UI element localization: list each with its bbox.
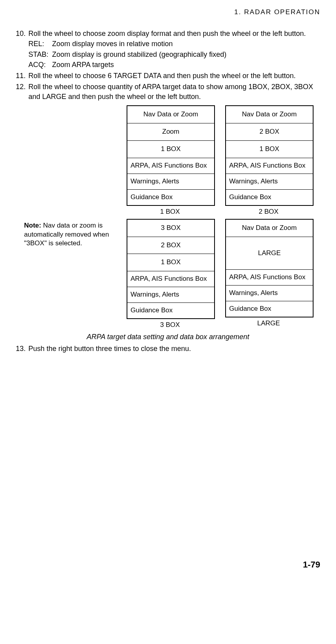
diagram-row-1: Nav Data or Zoom Zoom 1 BOX ARPA, AIS Fu… (16, 105, 320, 217)
cell: 1 BOX (226, 141, 313, 158)
cell: Nav Data or Zoom (226, 220, 313, 237)
diagram-label: 1 BOX (127, 207, 213, 217)
step-text: Push the right button three times to clo… (28, 344, 320, 353)
step-12: 12. Roll the wheel to choose quantity of… (16, 82, 320, 101)
cell: Zoom (127, 123, 214, 141)
diagram-large: Nav Data or Zoom LARGE ARPA, AIS Functio… (225, 219, 312, 329)
cell: ARPA, AIS Functions Box (127, 271, 214, 287)
diagram-label: 2 BOX (225, 207, 312, 217)
cell: ARPA, AIS Functions Box (226, 270, 313, 286)
page-header: 1. RADAR OPERATION (16, 8, 320, 17)
cell: Guidance Box (127, 190, 214, 205)
figure-caption: ARPA target data setting and data box ar… (16, 332, 320, 342)
cell: LARGE (226, 237, 313, 270)
note-bold: Note: (24, 222, 41, 229)
def-acq: ACQ: Zoom ARPA targets (28, 60, 320, 69)
cell: Warnings, Alerts (127, 174, 214, 190)
steps-list: 10. Roll the wheel to choose zoom displa… (16, 29, 320, 101)
def-val: Zoom display moves in relative motion (52, 39, 173, 49)
steps-list-cont: 13. Push the right button three times to… (16, 344, 320, 353)
box-stack: Nav Data or Zoom Zoom 1 BOX ARPA, AIS Fu… (127, 105, 215, 206)
step-number: 12. (16, 82, 28, 101)
cell: Guidance Box (226, 190, 313, 205)
cell: Nav Data or Zoom (127, 106, 214, 123)
diagram-label: 3 BOX (127, 321, 213, 330)
diagram-3box: 3 BOX 2 BOX 1 BOX ARPA, AIS Functions Bo… (127, 219, 213, 330)
cell: Warnings, Alerts (226, 286, 313, 301)
step-text: Roll the wheel to choose zoom display fo… (28, 29, 320, 38)
cell: Guidance Box (226, 301, 313, 317)
diagram-2box: Nav Data or Zoom 2 BOX 1 BOX ARPA, AIS F… (225, 105, 312, 217)
cell: Warnings, Alerts (226, 174, 313, 190)
definition-list: REL: Zoom display moves in relative moti… (28, 39, 320, 69)
step-number: 11. (16, 71, 28, 80)
def-key: ACQ: (28, 60, 52, 69)
step-13: 13. Push the right button three times to… (16, 344, 320, 353)
def-val: Zoom ARPA targets (52, 60, 114, 69)
cell: ARPA, AIS Functions Box (127, 158, 214, 174)
step-number: 10. (16, 29, 28, 38)
diagram-row-2: Note: Nav data or zoom is automatically … (16, 219, 320, 330)
cell: 2 BOX (226, 123, 313, 141)
step-11: 11. Roll the wheel to choose 6 TARGET DA… (16, 71, 320, 80)
cell: 3 BOX (127, 220, 214, 237)
cell: 1 BOX (127, 141, 214, 158)
box-stack: 3 BOX 2 BOX 1 BOX ARPA, AIS Functions Bo… (127, 219, 215, 319)
cell: ARPA, AIS Functions Box (226, 158, 313, 174)
step-text: Roll the wheel to choose quantity of ARP… (28, 82, 320, 101)
note-text: Note: Nav data or zoom is automatically … (24, 219, 115, 248)
cell: Warnings, Alerts (127, 287, 214, 303)
def-key: REL: (28, 39, 52, 49)
cell: 2 BOX (127, 237, 214, 254)
page-number: 1-79 (16, 559, 320, 571)
step-10: 10. Roll the wheel to choose zoom displa… (16, 29, 320, 69)
diagram-1box: Nav Data or Zoom Zoom 1 BOX ARPA, AIS Fu… (127, 105, 213, 217)
cell: Nav Data or Zoom (226, 106, 313, 123)
diagram-label: LARGE (225, 319, 312, 328)
cell: Guidance Box (127, 303, 214, 318)
def-stab: STAB: Zoom display is ground stabilized … (28, 50, 320, 59)
def-key: STAB: (28, 50, 52, 59)
step-number: 13. (16, 344, 28, 353)
def-val: Zoom display is ground stabilized (geogr… (52, 50, 226, 59)
def-rel: REL: Zoom display moves in relative moti… (28, 39, 320, 49)
box-stack: Nav Data or Zoom LARGE ARPA, AIS Functio… (225, 219, 314, 318)
box-stack: Nav Data or Zoom 2 BOX 1 BOX ARPA, AIS F… (225, 105, 314, 206)
diagrams-area: Nav Data or Zoom Zoom 1 BOX ARPA, AIS Fu… (16, 105, 320, 342)
step-text: Roll the wheel to choose 6 TARGET DATA a… (28, 71, 320, 80)
cell: 1 BOX (127, 254, 214, 271)
